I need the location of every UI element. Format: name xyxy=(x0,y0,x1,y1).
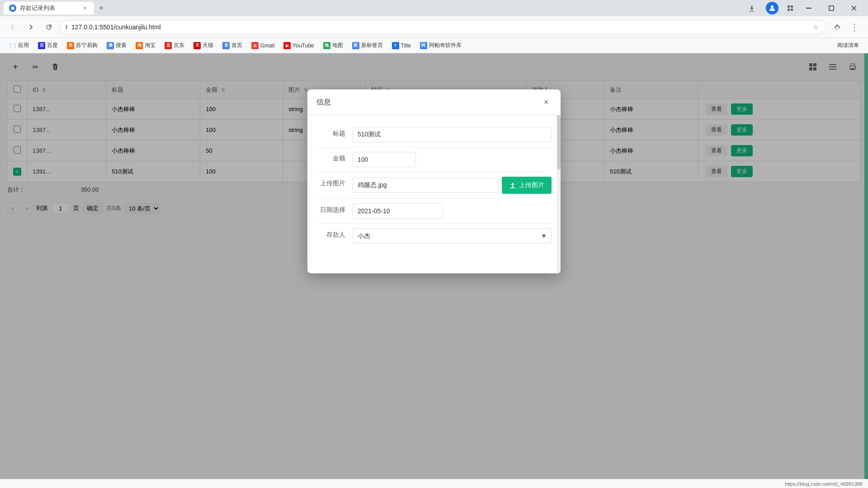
date-field-control xyxy=(353,203,552,219)
form-row-amount: 金额 xyxy=(316,147,552,172)
svg-rect-7 xyxy=(829,6,834,10)
file-name-input[interactable] xyxy=(353,178,498,193)
suning-favicon: 苏 xyxy=(67,42,74,49)
bookmark-jd-label: 京东 xyxy=(174,42,184,49)
image-field-label: 上传图片 xyxy=(316,177,353,188)
refresh-button[interactable] xyxy=(42,20,56,34)
bookmark-taobao-label: 淘宝 xyxy=(145,42,156,49)
bookmark-youtube[interactable]: ▶ YouTube xyxy=(280,40,317,51)
page-content: + ✏ xyxy=(0,53,868,479)
reading-list-label: 阅读清单 xyxy=(837,42,859,49)
depositor-field-label: 存款人 xyxy=(316,228,353,239)
minimize-button[interactable] xyxy=(798,0,819,16)
amount-input[interactable] xyxy=(353,152,416,167)
extensions-puzzle-button[interactable] xyxy=(830,20,844,34)
date-input[interactable] xyxy=(353,203,443,219)
bookmark-apache[interactable]: 阿 阿帕奇软件库 xyxy=(416,40,465,51)
bookmark-maps[interactable]: 地 地图 xyxy=(320,40,347,51)
form-row-depositor: 存款人 小杰 小木 ▼ xyxy=(316,224,552,248)
svg-rect-6 xyxy=(806,8,811,9)
bookmark-star-button[interactable]: ☆ xyxy=(811,22,821,33)
form-row-date: 日期选择 xyxy=(316,199,552,224)
bookmark-apps-label: 应用 xyxy=(18,42,29,49)
bookmark-home-label: 首页 xyxy=(231,42,242,49)
tab-title: 存款记录列表 xyxy=(20,4,55,12)
modal-close-button[interactable]: × xyxy=(541,97,552,108)
jd-favicon: 京 xyxy=(165,42,172,49)
title-input[interactable] xyxy=(353,127,552,142)
forward-button[interactable] xyxy=(24,20,38,34)
bookmark-title[interactable]: T Title xyxy=(388,40,415,51)
close-button[interactable] xyxy=(844,0,864,16)
upload-image-button[interactable]: 上传图片 xyxy=(502,177,552,194)
info-modal: 信息 × 标题 xyxy=(307,89,561,273)
bookmark-newtab-label: 新标签页 xyxy=(361,42,383,49)
bookmark-baidu[interactable]: 百 百度 xyxy=(34,40,61,51)
bookmark-tianmao[interactable]: 天 天猫 xyxy=(190,40,217,51)
amount-field-label: 金额 xyxy=(316,152,353,163)
search-favicon: 搜 xyxy=(107,42,114,49)
svg-rect-5 xyxy=(791,9,793,11)
newtab-favicon: 新 xyxy=(352,42,359,49)
bookmark-gmail[interactable]: G Gmail xyxy=(248,40,278,51)
bookmark-apache-label: 阿帕奇软件库 xyxy=(429,42,462,49)
home-favicon: 首 xyxy=(222,42,230,49)
modal-body: 标题 金额 上传图片 xyxy=(307,115,561,273)
apache-favicon: 阿 xyxy=(420,42,427,49)
back-button[interactable] xyxy=(5,20,20,34)
lock-icon: ℹ xyxy=(66,24,68,30)
title-field-label: 标题 xyxy=(316,127,353,138)
tab-close-button[interactable]: × xyxy=(81,5,89,12)
youtube-favicon: ▶ xyxy=(283,42,291,49)
depositor-select[interactable]: 小杰 小木 xyxy=(353,228,552,244)
apps-favicon: ⋮⋮ xyxy=(9,42,16,49)
more-options-button[interactable]: ⋮ xyxy=(846,20,863,34)
svg-rect-3 xyxy=(791,5,793,8)
status-bar: https://blog.csdn.net/m0_46991388 xyxy=(0,479,868,488)
modal-overlay[interactable]: 信息 × 标题 xyxy=(0,53,868,479)
new-tab-button[interactable]: + xyxy=(95,2,108,14)
svg-point-1 xyxy=(771,5,774,8)
bookmark-search[interactable]: 搜 搜索 xyxy=(103,40,130,51)
bookmark-newtab[interactable]: 新 新标签页 xyxy=(349,40,387,51)
browser-tab[interactable]: 存款记录列表 × xyxy=(4,2,94,14)
maximize-button[interactable] xyxy=(821,0,842,16)
modal-scrollbar-track[interactable] xyxy=(557,115,561,273)
status-url: https://blog.csdn.net/m0_46991388 xyxy=(785,481,863,487)
amount-field-control xyxy=(353,152,552,167)
bookmark-gmail-label: Gmail xyxy=(260,42,274,49)
bookmark-suning-label: 苏宁易购 xyxy=(76,42,98,49)
bookmark-home[interactable]: 首 首页 xyxy=(219,40,246,51)
bookmark-taobao[interactable]: 淘 淘宝 xyxy=(132,40,159,51)
reading-list-button[interactable]: 阅读清单 xyxy=(834,40,863,51)
maps-favicon: 地 xyxy=(323,42,330,49)
bookmark-search-label: 搜索 xyxy=(116,42,127,49)
bookmark-tianmao-label: 天猫 xyxy=(203,42,213,49)
svg-rect-2 xyxy=(788,5,790,8)
title-favicon: T xyxy=(392,42,399,49)
bookmark-apps[interactable]: ⋮⋮ 应用 xyxy=(5,40,33,51)
bookmark-youtube-label: YouTube xyxy=(292,42,314,49)
address-bar[interactable]: ℹ 127.0.0.1:5501/cunkuanjilu.html ☆ xyxy=(60,20,826,34)
modal-scrollbar-thumb[interactable] xyxy=(557,115,561,169)
extensions-button[interactable] xyxy=(784,2,797,14)
bookmark-suning[interactable]: 苏 苏宁易购 xyxy=(63,40,101,51)
svg-rect-4 xyxy=(788,9,790,11)
modal-header: 信息 × xyxy=(307,89,561,115)
image-field-control: 上传图片 xyxy=(353,177,552,194)
upload-btn-label: 上传图片 xyxy=(519,181,544,189)
bookmarks-bar: ⋮⋮ 应用 百 百度 苏 苏宁易购 搜 搜索 淘 淘宝 京 京东 天 天猫 首 xyxy=(0,38,868,53)
title-field-control xyxy=(353,127,552,142)
profile-button[interactable] xyxy=(766,2,778,14)
form-row-image: 上传图片 上传图片 xyxy=(316,172,552,199)
svg-point-0 xyxy=(11,6,14,10)
depositor-field-control: 小杰 小木 ▼ xyxy=(353,228,552,244)
taobao-favicon: 淘 xyxy=(136,42,143,49)
download-button[interactable] xyxy=(741,0,762,16)
bookmark-maps-label: 地图 xyxy=(332,42,343,49)
bookmark-title-label: Title xyxy=(401,42,411,49)
bookmark-jd[interactable]: 京 京东 xyxy=(161,40,188,51)
url-text: 127.0.0.1:5501/cunkuanjilu.html xyxy=(71,23,807,31)
form-row-title: 标题 xyxy=(316,122,552,147)
gmail-favicon: G xyxy=(251,42,259,49)
